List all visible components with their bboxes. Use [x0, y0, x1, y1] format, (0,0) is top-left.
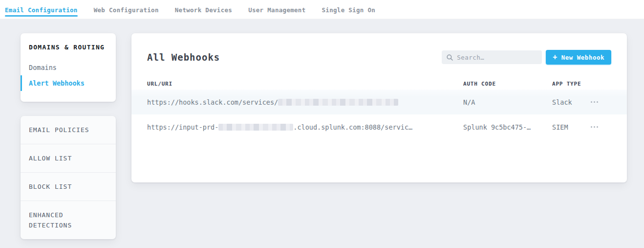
app-type-cell: Slack	[552, 98, 590, 106]
tab-email-configuration[interactable]: Email Configuration	[5, 0, 78, 19]
webhook-url-text: https://hooks.slack.com/services/	[147, 98, 278, 106]
search-box	[442, 50, 542, 64]
sidebar-item-domains[interactable]: Domains	[29, 60, 107, 75]
new-webhook-button[interactable]: + New Webhook	[546, 50, 611, 65]
top-nav: Email Configuration Web Configuration Ne…	[0, 0, 644, 19]
sidebar: DOMAINS & ROUTING Domains Alert Webhooks…	[21, 33, 116, 239]
sidebar-item-allow-list[interactable]: ALLOW LIST	[21, 144, 116, 172]
webhook-url-cell: https://hooks.slack.com/services/	[147, 98, 463, 106]
row-more-options-button[interactable]	[590, 123, 599, 131]
column-header-url: URL/URI	[147, 81, 463, 87]
auth-code-cell: N/A	[463, 98, 552, 106]
domains-routing-card: DOMAINS & ROUTING Domains Alert Webhooks	[21, 33, 116, 102]
sidebar-sections-card: EMAIL POLICIES ALLOW LIST BLOCK LIST ENH…	[21, 116, 116, 239]
table-row: https://input-prd-.cloud.splunk.com:8088…	[131, 114, 627, 139]
sidebar-item-alert-webhooks[interactable]: Alert Webhooks	[21, 75, 107, 91]
sidebar-item-block-list[interactable]: BLOCK LIST	[21, 172, 116, 201]
app-type-cell: SIEM	[552, 123, 590, 131]
column-header-app-type: APP TYPE	[552, 81, 590, 87]
tab-user-management[interactable]: User Management	[248, 0, 305, 19]
table-row: https://hooks.slack.com/services/ N/A Sl…	[131, 90, 627, 114]
new-webhook-label: New Webhook	[561, 54, 604, 61]
tab-single-sign-on[interactable]: Single Sign On	[322, 0, 376, 19]
sidebar-item-email-policies[interactable]: EMAIL POLICIES	[21, 116, 116, 144]
search-input[interactable]	[457, 54, 537, 61]
search-icon	[447, 54, 453, 61]
domains-routing-heading: DOMAINS & ROUTING	[29, 43, 107, 52]
tab-network-devices[interactable]: Network Devices	[175, 0, 232, 19]
auth-code-cell: Splunk 9c5bc475-…	[463, 123, 552, 131]
column-header-auth-code: AUTH CODE	[463, 81, 552, 87]
sidebar-item-enhanced-detections[interactable]: ENHANCED DETECTIONS	[21, 201, 116, 239]
row-more-options-button[interactable]	[590, 98, 599, 106]
redacted-url-blur	[278, 99, 398, 106]
plus-icon: +	[553, 54, 558, 61]
webhook-url-text: https://input-prd-	[147, 123, 218, 131]
tab-web-configuration[interactable]: Web Configuration	[94, 0, 159, 19]
webhooks-panel: All Webhooks + New Webhook URL/URI AUTH …	[131, 33, 627, 182]
panel-header: All Webhooks + New Webhook	[147, 33, 611, 65]
table-header: URL/URI AUTH CODE APP TYPE	[147, 78, 611, 90]
page-title: All Webhooks	[147, 52, 442, 63]
page-content: DOMAINS & ROUTING Domains Alert Webhooks…	[0, 19, 644, 239]
webhook-url-text: .cloud.splunk.com:8088/servic…	[293, 123, 412, 131]
redacted-url-blur	[218, 124, 293, 131]
webhook-url-cell: https://input-prd-.cloud.splunk.com:8088…	[147, 123, 463, 131]
